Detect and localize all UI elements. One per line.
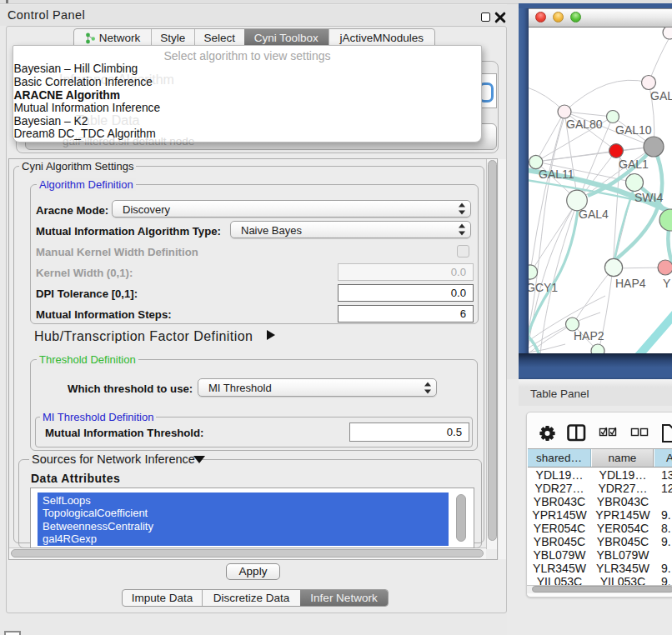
- svg-text:GAL1: GAL1: [619, 158, 649, 171]
- svg-text:GAL10: GAL10: [615, 123, 652, 137]
- svg-text:GAL11: GAL11: [539, 168, 574, 181]
- svg-text:HAP4: HAP4: [615, 277, 646, 290]
- svg-text:GAL80: GAL80: [566, 118, 603, 131]
- svg-text:GCY1: GCY1: [529, 281, 558, 294]
- svg-text:GAL: GAL: [650, 89, 672, 102]
- svg-text:GAL4: GAL4: [579, 208, 609, 221]
- svg-text:SWI4: SWI4: [634, 191, 663, 204]
- svg-text:HAP2: HAP2: [574, 329, 604, 342]
- svg-text:Y: Y: [663, 277, 671, 290]
